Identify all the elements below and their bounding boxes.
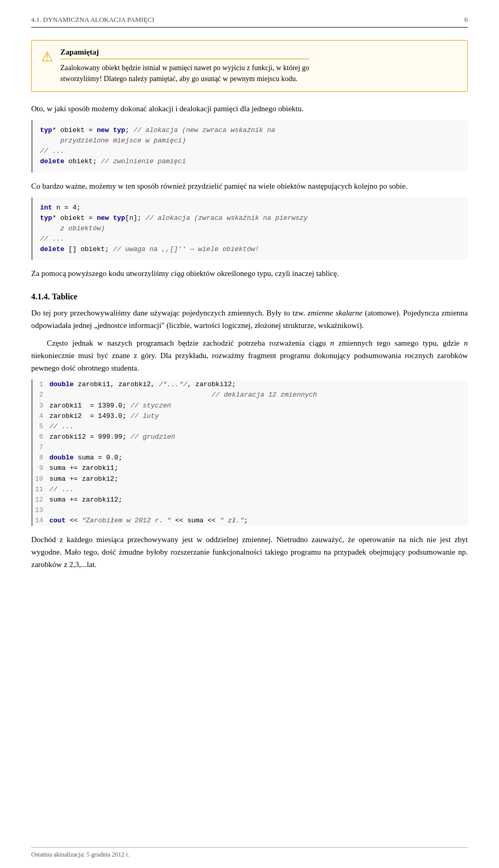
footer-text: Ostatnia aktualizacja: 5 grudnia 2012 r. bbox=[31, 851, 129, 858]
code-line: 8 double suma = 0.0; bbox=[33, 453, 468, 463]
header-left: 4.1. DYNAMICZNA ALOKACJA PAMIĘCI bbox=[31, 16, 154, 24]
warning-content: Zapamiętaj Zaalokowany obiekt będzie ist… bbox=[60, 48, 309, 84]
code-line: 7 bbox=[33, 442, 468, 453]
page: 4.1. DYNAMICZNA ALOKACJA PAMIĘCI 6 ⚠ Zap… bbox=[0, 0, 499, 607]
code-line: 3 zarobki1 = 1399.0; // styczeń bbox=[33, 401, 468, 411]
paragraph-5: Często jednak w naszych programach będzi… bbox=[31, 337, 468, 374]
section-heading-414: 4.1.4. Tablice bbox=[31, 292, 468, 301]
header-right: 6 bbox=[465, 16, 468, 24]
paragraph-6: Dochód z każdego miesiąca przechowywany … bbox=[31, 533, 468, 571]
para3-italic: ciąg bbox=[171, 269, 185, 278]
code-line: 2 // deklaracja 12 zmiennych bbox=[33, 390, 468, 400]
para4-italic: zmienne skalarne bbox=[308, 309, 362, 317]
code-line: 1 double zarobki1, zarobki2, /*...*/, za… bbox=[33, 379, 468, 390]
page-header: 4.1. DYNAMICZNA ALOKACJA PAMIĘCI 6 bbox=[31, 16, 468, 28]
code-block-2: int n = 4; typ* obiekt = new typ[n]; // … bbox=[31, 198, 468, 260]
code-block-1: typ* obiekt = new typ; // alokacja (new … bbox=[31, 120, 468, 173]
footer: Ostatnia aktualizacja: 5 grudnia 2012 r. bbox=[31, 847, 468, 859]
warning-text: Zaalokowany obiekt będzie istniał w pami… bbox=[60, 62, 309, 84]
code-line: 9 suma += zarobki1; bbox=[33, 463, 468, 474]
paragraph-2: Co bardzo ważne, możemy w ten sposób rów… bbox=[31, 180, 468, 192]
paragraph-4: Do tej pory przechowywaliśmy dane używaj… bbox=[31, 307, 468, 332]
code-line: 10 suma += zarobki2; bbox=[33, 474, 468, 484]
warning-icon: ⚠ bbox=[41, 49, 53, 65]
paragraph-1: Oto, w jaki sposób możemy dokonać alokac… bbox=[31, 102, 468, 115]
code-line: 5 // ... bbox=[33, 422, 468, 432]
code-line: 13 bbox=[33, 505, 468, 516]
code-line: 12 suma += zarobki12; bbox=[33, 495, 468, 505]
code-block-3: 1 double zarobki1, zarobki2, /*...*/, za… bbox=[31, 379, 468, 526]
code-line: 4 zarobki2 = 1493.0; // luty bbox=[33, 411, 468, 422]
code-line: 11 // ... bbox=[33, 484, 468, 495]
warning-title: Zapamiętaj bbox=[60, 48, 309, 59]
paragraph-3: Za pomocą powyższego kodu utworzyliśmy c… bbox=[31, 267, 468, 280]
code-line: 14 cout << "Zarobiłem w 2012 r. " << sum… bbox=[33, 516, 468, 526]
warning-box: ⚠ Zapamiętaj Zaalokowany obiekt będzie i… bbox=[31, 40, 468, 92]
code-line: 6 zarobki12 = 999.99; // grudzień bbox=[33, 432, 468, 442]
